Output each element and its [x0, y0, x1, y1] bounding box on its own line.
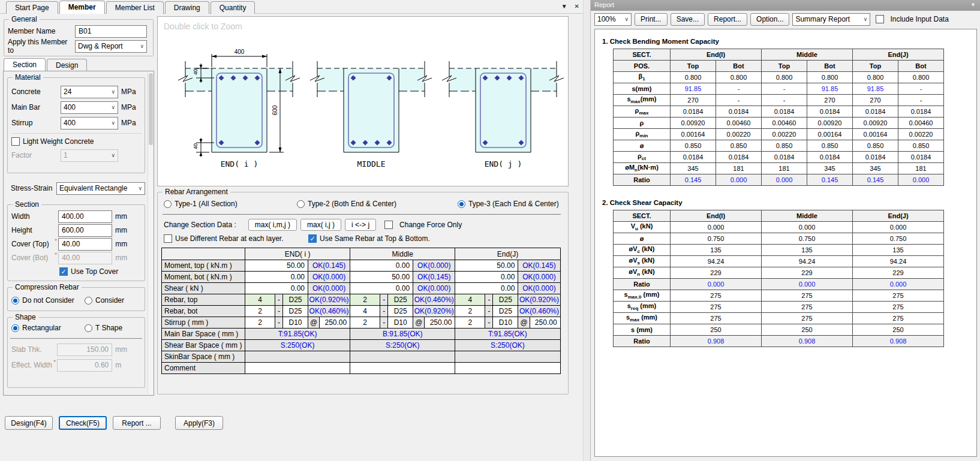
change-force-only-checkbox[interactable] — [384, 221, 393, 229]
cover-top-input[interactable]: 40.00 — [58, 238, 112, 251]
pane-menu-icon[interactable]: ▼ — [970, 2, 976, 8]
tab-design[interactable]: Design — [47, 59, 87, 71]
grid-size-cell[interactable]: D25 — [283, 294, 308, 306]
report-row-label: øVc (kN) — [614, 245, 671, 256]
grid-value-cell[interactable]: 0.00 — [455, 272, 518, 283]
radio-type-1[interactable]: Type-1 (All Section) — [164, 200, 297, 208]
tab-drawing[interactable]: Drawing — [165, 1, 209, 14]
grid-spacing-cell[interactable]: 250.00 — [530, 317, 560, 329]
grid-size-cell[interactable]: D10 — [493, 317, 518, 329]
zoom-combo[interactable]: 100%∨ — [594, 13, 632, 26]
grid-span-cell — [455, 363, 560, 374]
member-name-input[interactable]: B01 — [75, 25, 147, 38]
width-input[interactable]: 400.00 — [58, 210, 112, 223]
tab-section[interactable]: Section — [4, 58, 46, 71]
grid-size-cell[interactable]: D10 — [283, 317, 308, 329]
pane-splitter[interactable] — [583, 0, 590, 461]
grid-count-cell[interactable]: 2 — [350, 317, 380, 329]
grid-size-cell[interactable]: D25 — [388, 306, 413, 317]
stress-strain-combo[interactable]: Equivalent Rectangle∨ — [56, 182, 145, 195]
save-button[interactable]: Save... — [671, 13, 705, 26]
grid-count-cell[interactable]: 2 — [245, 306, 275, 317]
tab-member-list[interactable]: Member List — [106, 1, 164, 14]
stirrup-combo[interactable]: 400∨ — [61, 117, 118, 129]
grid-header-0: END( i ) — [245, 248, 350, 260]
report-button[interactable]: Report ... — [113, 416, 161, 430]
report-value-cell: 0.0184 — [898, 106, 944, 117]
tab-start-page[interactable]: Start Page — [6, 1, 58, 14]
grid-value-cell[interactable]: 50.00 — [245, 260, 308, 272]
design-button[interactable]: Design(F4) — [5, 416, 53, 430]
shear-table-title: 2. Check Shear Capacity — [602, 199, 976, 206]
grid-value-cell[interactable]: 50.00 — [455, 260, 518, 272]
grid-count-cell[interactable]: 2 — [455, 306, 485, 317]
report-row-label: Ratio — [614, 336, 671, 347]
grid-spacing-cell[interactable]: 250.00 — [425, 317, 455, 329]
radio-t-shape[interactable]: T Shape — [85, 324, 122, 332]
grid-count-cell[interactable]: 4 — [350, 306, 380, 317]
apply-member-combo[interactable]: Dwg & Report∨ — [75, 40, 147, 53]
grid-value-cell[interactable]: 50.00 — [350, 272, 413, 283]
grid-count-cell[interactable]: 2 — [245, 317, 275, 329]
grid-count-cell[interactable]: 2 — [455, 317, 485, 329]
apply-button[interactable]: Apply(F3) — [175, 416, 223, 430]
height-input[interactable]: 600.00 — [58, 224, 112, 237]
radio-rectangular[interactable]: Rectangular — [11, 324, 85, 332]
grid-spacing-cell[interactable]: 250.00 — [320, 317, 350, 329]
grid-row: Shear Bar Space ( mm )S:250(OK)S:250(OK)… — [162, 340, 561, 351]
effect-width-input: 0.60 — [57, 359, 112, 372]
report-value-cell: 0.00220 — [898, 129, 944, 140]
slab-thk-input: 150.00 — [57, 344, 112, 356]
member-pane: Start PageMemberMember ListDrawingQuanti… — [0, 0, 583, 461]
grid-count-cell[interactable]: 4 — [245, 294, 275, 306]
grid-count-cell[interactable]: 4 — [455, 294, 485, 306]
tab-quantity[interactable]: Quantity — [211, 1, 255, 14]
chevron-down-icon: ∨ — [111, 89, 115, 95]
grid-value-cell[interactable]: 0.00 — [350, 260, 413, 272]
include-input-data-checkbox[interactable] — [876, 15, 884, 23]
cover-bot-label: Cover (Bot) — [11, 254, 55, 262]
rebar-data-grid: END( i )MiddleEnd(J)Moment, top ( kN.m )… — [161, 248, 561, 374]
report-type-combo[interactable]: Summary Report∨ — [792, 13, 870, 26]
report-gen-button[interactable]: Report... — [708, 13, 747, 26]
grid-size-cell[interactable]: D25 — [493, 294, 518, 306]
radio-type-3[interactable]: Type-3 (Each End & Center) — [458, 200, 559, 208]
max-imj-button[interactable]: max( i,m,j ) — [248, 219, 297, 231]
grid-size-cell[interactable]: D10 — [388, 317, 413, 329]
max-ij-button[interactable]: max( i,j ) — [300, 219, 341, 231]
tab-member[interactable]: Member — [59, 1, 105, 14]
print-button[interactable]: Print... — [635, 13, 668, 26]
use-top-cover-checkbox[interactable]: ✓ — [59, 267, 68, 276]
form-scrollbar[interactable] — [148, 72, 153, 394]
use-different-rebar-checkbox[interactable] — [164, 234, 172, 243]
grid-count-cell[interactable]: 2 — [350, 294, 380, 306]
light-weight-concrete-checkbox[interactable] — [11, 137, 20, 146]
material-group: Material Concrete 24∨ MPa Main Bar 400∨ … — [7, 77, 145, 173]
swap-ij-button[interactable]: i <-> j — [345, 219, 376, 231]
change-section-data-label: Change Section Data : — [164, 221, 236, 229]
tab-list-dropdown-icon[interactable]: ▼ — [561, 3, 567, 10]
grid-size-cell[interactable]: D25 — [283, 306, 308, 317]
grid-size-cell[interactable]: D25 — [388, 294, 413, 306]
concrete-combo[interactable]: 24∨ — [61, 86, 118, 98]
radio-do-not-consider[interactable]: Do not Consider — [11, 296, 85, 305]
grid-value-cell[interactable]: 0.00 — [455, 283, 518, 294]
section-drawing-canvas[interactable]: Double click to Zoom 4004060040END( i )M… — [157, 16, 569, 186]
mainbar-combo[interactable]: 400∨ — [61, 101, 118, 114]
report-value-cell: 0.00460 — [716, 117, 762, 129]
grid-size-cell[interactable]: D25 — [493, 306, 518, 317]
grid-value-cell[interactable]: 0.00 — [350, 283, 413, 294]
use-same-rebar-checkbox[interactable]: ✓ — [308, 234, 317, 243]
grid-value-cell[interactable]: 0.00 — [245, 283, 308, 294]
radio-consider[interactable]: Consider — [85, 296, 124, 305]
grid-row-label: Rebar, top — [162, 294, 245, 306]
tab-close-icon[interactable]: ✕ — [575, 3, 579, 10]
radio-type-2[interactable]: Type-2 (Both End & Center) — [297, 200, 458, 208]
report-value-cell: 0.850 — [762, 140, 807, 152]
scrollbar-thumb[interactable] — [149, 73, 153, 145]
grid-value-cell[interactable]: 0.00 — [245, 272, 308, 283]
chevron-down-icon: ∨ — [624, 16, 629, 22]
option-button[interactable]: Option... — [750, 13, 789, 26]
chevron-down-icon: ∨ — [111, 152, 115, 158]
check-button[interactable]: Check(F5) — [59, 416, 107, 430]
